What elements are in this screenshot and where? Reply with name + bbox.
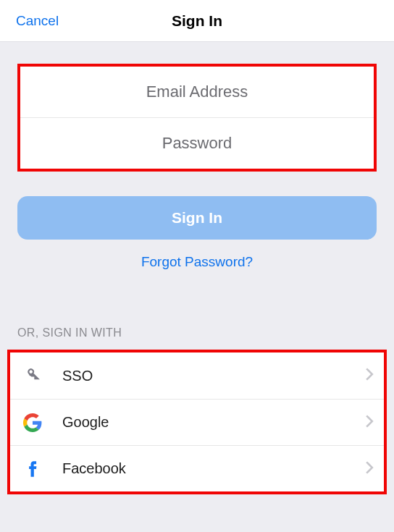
provider-sso[interactable]: SSO — [10, 352, 384, 399]
password-row — [20, 118, 374, 169]
facebook-icon — [22, 458, 43, 480]
signin-button[interactable]: Sign In — [17, 196, 377, 240]
provider-facebook[interactable]: Facebook — [10, 445, 384, 491]
chevron-right-icon — [365, 461, 374, 477]
google-icon — [22, 412, 43, 434]
password-field[interactable] — [20, 134, 374, 153]
credentials-form — [17, 64, 377, 172]
page-title: Sign In — [172, 12, 222, 30]
provider-label: SSO — [62, 368, 365, 384]
key-icon — [22, 365, 43, 387]
or-signin-label: OR, SIGN IN WITH — [17, 326, 394, 339]
email-row — [20, 67, 374, 117]
provider-list: SSO Google Facebook — [7, 350, 387, 494]
email-field[interactable] — [20, 83, 374, 101]
chevron-right-icon — [365, 415, 374, 431]
provider-label: Google — [62, 414, 365, 431]
provider-google[interactable]: Google — [10, 399, 384, 445]
header-bar: Cancel Sign In — [0, 0, 394, 42]
cancel-button[interactable]: Cancel — [0, 13, 59, 29]
chevron-right-icon — [365, 368, 374, 384]
forgot-password-link[interactable]: Forgot Password? — [0, 254, 394, 270]
provider-label: Facebook — [62, 460, 365, 477]
